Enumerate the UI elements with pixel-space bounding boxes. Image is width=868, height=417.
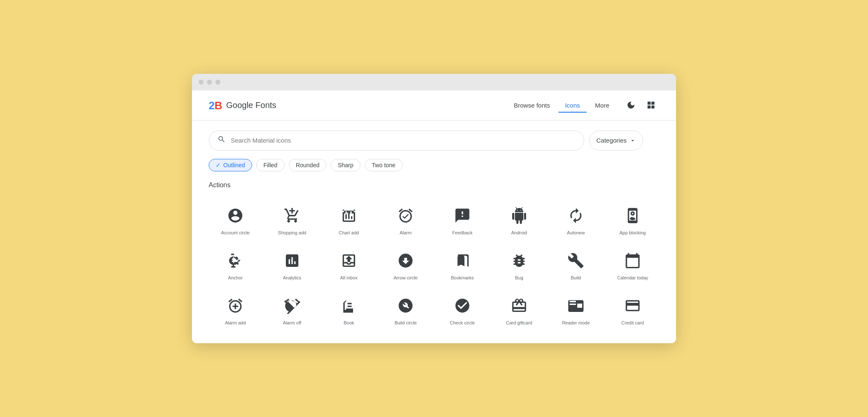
theme-toggle-button[interactable] [623, 97, 639, 113]
account-circle-icon [225, 206, 245, 226]
all-inbox-icon [339, 251, 359, 271]
icon-item-anchor[interactable]: Anchor [209, 244, 262, 286]
dark-mode-icon [626, 100, 636, 110]
icon-item-shopping-add[interactable]: Shopping add [265, 199, 319, 241]
icon-item-alarm-add[interactable]: Alarm add [209, 289, 262, 331]
bug-icon [509, 251, 529, 271]
filter-chip-filled[interactable]: Filled [256, 159, 284, 171]
icon-item-reader-mode[interactable]: Reader mode [549, 289, 603, 331]
filter-sharp-label: Sharp [338, 162, 353, 168]
filter-chip-rounded[interactable]: Rounded [289, 159, 327, 171]
icon-label-all-inbox: All inbox [340, 275, 358, 281]
bookmarks-icon [452, 251, 472, 271]
icon-item-bug[interactable]: Bug [492, 244, 546, 286]
categories-chevron-down-icon [629, 137, 636, 144]
browser-dot-1 [199, 80, 204, 85]
icon-item-analytics[interactable]: Analytics [265, 244, 319, 286]
logo-text: Google Fonts [226, 100, 276, 110]
icon-item-check-circle[interactable]: Check circle [436, 289, 489, 331]
header: 2 B Google Fonts Browse fonts Icons More [192, 90, 676, 121]
filter-chip-sharp[interactable]: Sharp [331, 159, 360, 171]
book-icon [339, 296, 359, 316]
build-icon [566, 251, 586, 271]
icon-label-account-circle: Account circle [221, 230, 250, 236]
shopping-add-icon [282, 206, 302, 226]
icon-item-alarm[interactable]: Alarm [379, 199, 432, 241]
icon-label-app-blocking: App blocking [620, 230, 646, 236]
icon-label-anchor: Anchor [228, 275, 243, 281]
alarm-add-icon [225, 296, 245, 316]
icon-label-shopping-add: Shopping add [278, 230, 306, 236]
search-input[interactable] [231, 137, 575, 144]
analytics-icon [282, 251, 302, 271]
reader-mode-icon [566, 296, 586, 316]
browser-dot-2 [207, 80, 212, 85]
alarm-icon [396, 206, 416, 226]
icon-label-check-circle: Check circle [450, 320, 475, 326]
credit-card-icon [623, 296, 643, 316]
icon-item-chart-add[interactable]: Chart add [322, 199, 376, 241]
icon-item-arrow-circle[interactable]: Arrow circle [379, 244, 432, 286]
section-title-actions: Actions [209, 181, 659, 189]
feedback-icon [452, 206, 472, 226]
svg-text:2: 2 [209, 99, 214, 112]
browser-chrome [192, 74, 676, 90]
nav-links: Browse fonts Icons More [507, 98, 616, 112]
calendar-today-icon [623, 251, 643, 271]
icon-item-app-blocking[interactable]: App blocking [606, 199, 659, 241]
anchor-icon [225, 251, 245, 271]
filter-chip-outlined[interactable]: ✓ Outlined [209, 159, 252, 171]
icon-item-calendar-today[interactable]: Calendar today [606, 244, 659, 286]
icon-item-feedback[interactable]: Feedback [436, 199, 489, 241]
grid-view-button[interactable] [643, 97, 659, 113]
arrow-circle-icon [396, 251, 416, 271]
icon-item-alarm-off[interactable]: Alarm off [265, 289, 319, 331]
icon-label-alarm: Alarm [400, 230, 412, 236]
search-icon [217, 135, 226, 146]
icon-item-book[interactable]: Book [322, 289, 376, 331]
icon-item-build[interactable]: Build [549, 244, 603, 286]
search-area: Categories [192, 121, 676, 151]
check-icon: ✓ [216, 162, 221, 168]
icon-item-all-inbox[interactable]: All inbox [322, 244, 376, 286]
icon-item-account-circle[interactable]: Account circle [209, 199, 262, 241]
search-bar-wrapper: Categories [209, 131, 659, 151]
filter-filled-label: Filled [263, 162, 277, 168]
check-circle-icon [452, 296, 472, 316]
categories-button[interactable]: Categories [589, 131, 643, 151]
icon-label-arrow-circle: Arrow circle [394, 275, 417, 281]
nav-browse-fonts[interactable]: Browse fonts [507, 98, 557, 112]
icon-item-credit-card[interactable]: Credit card [606, 289, 659, 331]
icon-label-bookmarks: Bookmarks [451, 275, 474, 281]
filter-outlined-label: Outlined [223, 162, 245, 168]
google-fonts-logo-icon: 2 B [209, 98, 222, 112]
icon-label-chart-add: Chart add [339, 230, 359, 236]
android-icon [509, 206, 529, 226]
filter-chip-twotone[interactable]: Two tone [365, 159, 403, 171]
icon-item-build-circle[interactable]: Build circle [379, 289, 432, 331]
filter-rounded-label: Rounded [296, 162, 320, 168]
icons-section: Actions Account circle Shopping add [192, 181, 676, 344]
icon-item-bookmarks[interactable]: Bookmarks [436, 244, 489, 286]
icon-label-feedback: Feedback [452, 230, 472, 236]
browser-window: 2 B Google Fonts Browse fonts Icons More [192, 74, 676, 344]
search-svg-icon [217, 135, 226, 143]
icon-item-autonew[interactable]: Autonew [549, 199, 603, 241]
icon-label-reader-mode: Reader mode [562, 320, 590, 326]
filter-twotone-label: Two tone [372, 162, 396, 168]
app-blocking-icon [623, 206, 643, 226]
browser-content: 2 B Google Fonts Browse fonts Icons More [192, 90, 676, 344]
logo-area: 2 B Google Fonts [209, 98, 507, 112]
icon-label-build-circle: Build circle [394, 320, 416, 326]
icon-item-android[interactable]: Android [492, 199, 546, 241]
icon-item-card-giftcard[interactable]: Card giftcard [492, 289, 546, 331]
nav-icons[interactable]: Icons [558, 98, 587, 112]
icon-label-alarm-add: Alarm add [225, 320, 246, 326]
icon-label-bug: Bug [515, 275, 523, 281]
nav-more[interactable]: More [588, 98, 616, 112]
browser-dot-3 [215, 80, 220, 85]
icon-label-book: Book [343, 320, 354, 326]
search-bar [209, 131, 584, 151]
header-icons [623, 97, 659, 113]
grid-view-icon [646, 100, 656, 110]
